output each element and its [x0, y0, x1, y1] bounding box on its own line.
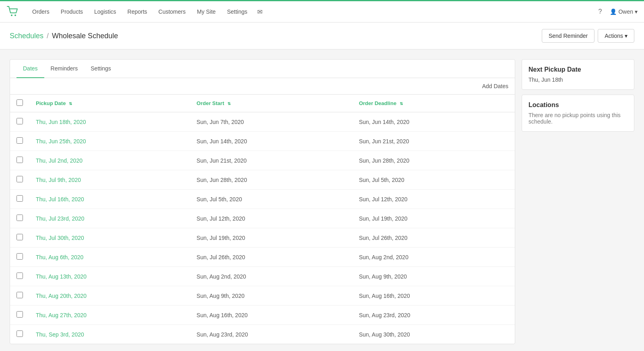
- row-checkbox[interactable]: [17, 137, 23, 144]
- tab-dates[interactable]: Dates: [17, 60, 44, 78]
- nav-products[interactable]: Products: [56, 5, 88, 18]
- svg-point-0: [11, 14, 12, 16]
- order-deadline-cell: Sun, Aug 30th, 2020: [353, 325, 515, 344]
- table-row: Thu, Sep 3rd, 2020 Sun, Aug 23rd, 2020 S…: [10, 325, 515, 344]
- order-start-cell: Sun, Jun 28th, 2020: [190, 170, 352, 190]
- table-row: Thu, Jun 18th, 2020 Sun, Jun 7th, 2020 S…: [10, 112, 515, 132]
- order-start-cell: Sun, Jul 26th, 2020: [190, 248, 352, 267]
- order-deadline-cell: Sun, Jun 21st, 2020: [353, 132, 515, 151]
- table-row: Thu, Jul 2nd, 2020 Sun, Jun 21st, 2020 S…: [10, 151, 515, 170]
- top-navigation: Orders Products Logistics Reports Custom…: [0, 0, 644, 23]
- pickup-date-cell[interactable]: Thu, Aug 13th, 2020: [29, 267, 190, 286]
- row-checkbox[interactable]: [17, 273, 23, 279]
- nav-my-site[interactable]: My Site: [192, 5, 221, 18]
- add-dates-button[interactable]: Add Dates: [482, 83, 508, 89]
- pickup-date-sort-icon: ⇅: [69, 101, 72, 106]
- row-checkbox-cell: [10, 306, 29, 325]
- select-all-checkbox[interactable]: [17, 99, 23, 106]
- row-checkbox[interactable]: [17, 176, 23, 182]
- row-checkbox-cell: [10, 286, 29, 306]
- table-row: Thu, Aug 6th, 2020 Sun, Jul 26th, 2020 S…: [10, 248, 515, 267]
- svg-point-1: [14, 14, 16, 16]
- order-deadline-col-header[interactable]: Order Deadline ⇅: [353, 95, 515, 112]
- breadcrumb: Schedules / Wholesale Schedule: [10, 32, 118, 40]
- pickup-date-cell[interactable]: Thu, Aug 6th, 2020: [29, 248, 190, 267]
- locations-card: Locations There are no pickup points usi…: [522, 95, 634, 132]
- pickup-date-cell[interactable]: Thu, Jul 16th, 2020: [29, 190, 190, 209]
- next-pickup-card: Next Pickup Date Thu, Jun 18th: [522, 59, 634, 90]
- pickup-date-cell[interactable]: Thu, Aug 20th, 2020: [29, 286, 190, 306]
- row-checkbox[interactable]: [17, 118, 23, 124]
- row-checkbox[interactable]: [17, 195, 23, 202]
- tab-settings[interactable]: Settings: [84, 60, 118, 78]
- order-deadline-cell: Sun, Jun 14th, 2020: [353, 112, 515, 132]
- nav-orders[interactable]: Orders: [27, 5, 54, 18]
- pickup-date-cell[interactable]: Thu, Aug 27th, 2020: [29, 306, 190, 325]
- page-title: Wholesale Schedule: [52, 32, 118, 40]
- table-row: Thu, Jul 16th, 2020 Sun, Jul 5th, 2020 S…: [10, 190, 515, 209]
- table-toolbar: Add Dates: [10, 78, 515, 95]
- user-name: Owen: [618, 8, 633, 15]
- main-content: Dates Reminders Settings Add Dates Picku…: [0, 50, 644, 351]
- nav-right: ? 👤 Owen ▾: [595, 6, 638, 17]
- row-checkbox[interactable]: [17, 330, 23, 337]
- order-start-cell: Sun, Jul 12th, 2020: [190, 209, 352, 228]
- pickup-date-cell[interactable]: Thu, Jun 18th, 2020: [29, 112, 190, 132]
- actions-button[interactable]: Actions ▾: [598, 29, 634, 43]
- mail-icon[interactable]: ✉: [254, 6, 266, 17]
- nav-reports[interactable]: Reports: [123, 5, 152, 18]
- order-deadline-cell: Sun, Jun 28th, 2020: [353, 151, 515, 170]
- order-deadline-cell: Sun, Jul 12th, 2020: [353, 190, 515, 209]
- row-checkbox[interactable]: [17, 157, 23, 163]
- locations-title: Locations: [528, 101, 627, 109]
- pickup-date-cell[interactable]: Thu, Jul 30th, 2020: [29, 228, 190, 248]
- table-row: Thu, Jul 23rd, 2020 Sun, Jul 12th, 2020 …: [10, 209, 515, 228]
- user-menu[interactable]: 👤 Owen ▾: [610, 8, 638, 15]
- order-deadline-cell: Sun, Aug 23rd, 2020: [353, 306, 515, 325]
- order-start-cell: Sun, Jul 5th, 2020: [190, 190, 352, 209]
- nav-customers[interactable]: Customers: [154, 5, 191, 18]
- pickup-date-col-header[interactable]: Pickup Date ⇅: [29, 95, 190, 112]
- table-row: Thu, Jul 9th, 2020 Sun, Jun 28th, 2020 S…: [10, 170, 515, 190]
- order-deadline-cell: Sun, Jul 5th, 2020: [353, 170, 515, 190]
- row-checkbox[interactable]: [17, 234, 23, 240]
- right-panel: Next Pickup Date Thu, Jun 18th Locations…: [522, 59, 634, 132]
- pickup-date-cell[interactable]: Thu, Jun 25th, 2020: [29, 132, 190, 151]
- pickup-date-cell[interactable]: Thu, Jul 9th, 2020: [29, 170, 190, 190]
- order-start-cell: Sun, Aug 9th, 2020: [190, 286, 352, 306]
- order-deadline-cell: Sun, Jul 19th, 2020: [353, 209, 515, 228]
- row-checkbox[interactable]: [17, 311, 23, 318]
- tab-reminders[interactable]: Reminders: [44, 60, 85, 78]
- row-checkbox-cell: [10, 248, 29, 267]
- breadcrumb-schedules-link[interactable]: Schedules: [10, 32, 43, 40]
- row-checkbox[interactable]: [17, 215, 23, 221]
- order-start-cell: Sun, Jun 7th, 2020: [190, 112, 352, 132]
- row-checkbox-cell: [10, 325, 29, 344]
- row-checkbox-cell: [10, 190, 29, 209]
- nav-logistics[interactable]: Logistics: [89, 5, 121, 18]
- user-chevron-icon: ▾: [635, 8, 638, 15]
- pickup-date-cell[interactable]: Thu, Jul 23rd, 2020: [29, 209, 190, 228]
- order-deadline-cell: Sun, Jul 26th, 2020: [353, 228, 515, 248]
- pickup-date-cell[interactable]: Thu, Sep 3rd, 2020: [29, 325, 190, 344]
- tabs-bar: Dates Reminders Settings: [10, 60, 515, 78]
- dates-table: Pickup Date ⇅ Order Start ⇅ Order Deadli…: [10, 95, 515, 344]
- row-checkbox-cell: [10, 267, 29, 286]
- row-checkbox-cell: [10, 132, 29, 151]
- nav-settings[interactable]: Settings: [222, 5, 252, 18]
- order-start-cell: Sun, Aug 23rd, 2020: [190, 325, 352, 344]
- send-reminder-button[interactable]: Send Reminder: [542, 29, 594, 43]
- order-start-cell: Sun, Jun 21st, 2020: [190, 151, 352, 170]
- order-deadline-cell: Sun, Aug 9th, 2020: [353, 267, 515, 286]
- row-checkbox[interactable]: [17, 253, 23, 260]
- logo-icon: [6, 6, 19, 18]
- user-icon: 👤: [610, 8, 617, 15]
- pickup-date-cell[interactable]: Thu, Jul 2nd, 2020: [29, 151, 190, 170]
- order-start-col-header[interactable]: Order Start ⇅: [190, 95, 352, 112]
- row-checkbox-cell: [10, 209, 29, 228]
- table-row: Thu, Aug 13th, 2020 Sun, Aug 2nd, 2020 S…: [10, 267, 515, 286]
- order-deadline-cell: Sun, Aug 16th, 2020: [353, 286, 515, 306]
- row-checkbox[interactable]: [17, 292, 23, 298]
- order-deadline-sort-icon: ⇅: [400, 101, 403, 106]
- help-icon[interactable]: ?: [595, 6, 605, 17]
